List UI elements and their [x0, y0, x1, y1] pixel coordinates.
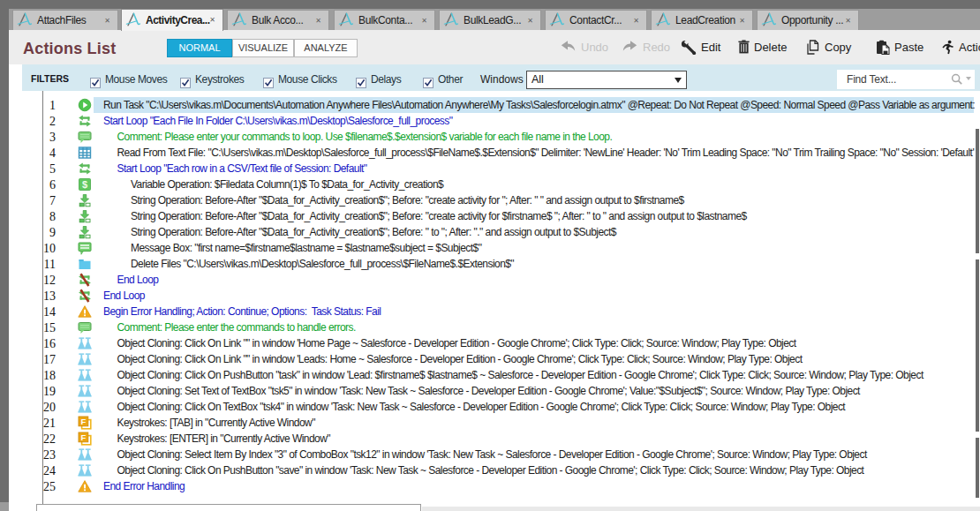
- svg-text:$: $: [82, 179, 87, 190]
- svg-text:F: F: [80, 417, 86, 426]
- svg-text:F: F: [80, 432, 86, 442]
